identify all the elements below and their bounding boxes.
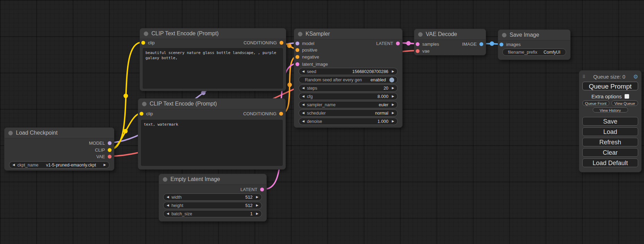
increment-arrow-icon[interactable]: ▶ (392, 84, 394, 92)
widget-label: filename_prefix (508, 50, 537, 55)
latent-output-port[interactable] (396, 42, 400, 45)
output-conditioning: CONDITIONING (243, 111, 283, 116)
refresh-button[interactable]: Refresh (582, 138, 638, 146)
node-empty-latent-image[interactable]: Empty Latent Image LATENT ◀ width 512 ▶ … (159, 174, 267, 222)
queue-prompt-button[interactable]: Queue Prompt (582, 82, 638, 90)
decrement-arrow-icon[interactable]: ◀ (302, 101, 305, 108)
clip-input-port[interactable] (141, 41, 145, 45)
input-label: model (302, 41, 314, 46)
batch-size-widget[interactable]: ◀ batch_size 1 ▶ (163, 210, 262, 217)
conditioning-output-port[interactable] (279, 112, 283, 116)
conditioning-output-port[interactable] (280, 41, 283, 45)
output-conditioning: CONDITIONING (244, 40, 283, 45)
increment-arrow-icon[interactable]: ▶ (256, 210, 258, 217)
node-title-bar[interactable]: Save Image (498, 30, 570, 40)
decrement-arrow-icon[interactable]: ◀ (302, 93, 305, 100)
denoise-widget[interactable]: ◀ denoise 1.000 ▶ (299, 118, 398, 125)
load-button[interactable]: Load (582, 127, 638, 136)
graph-canvas[interactable]: { "icons": { "left_arrow": "◀", "right_a… (0, 0, 644, 244)
seed-widget[interactable]: ◀ seed 156680208700286 ▶ (299, 68, 398, 75)
increment-arrow-icon[interactable]: ▶ (256, 202, 258, 209)
random-seed-toggle-widget[interactable]: Random seed after every gen enabled (299, 76, 398, 83)
negative-prompt-textarea[interactable]: text, watermark (141, 120, 283, 166)
decrement-arrow-icon[interactable]: ◀ (302, 84, 305, 92)
increment-arrow-icon[interactable]: ▶ (392, 93, 394, 100)
node-ksampler[interactable]: KSampler model positive negative latent_… (294, 28, 403, 128)
increment-arrow-icon[interactable]: ▶ (392, 101, 394, 108)
negative-input-port[interactable] (295, 55, 299, 59)
increment-arrow-icon[interactable]: ▶ (256, 193, 258, 201)
wire-midpoint-dot (287, 44, 292, 48)
increment-arrow-icon[interactable]: ▶ (392, 109, 394, 117)
node-clip-text-encode-positive[interactable]: CLIP Text Encode (Prompt) clip CONDITION… (140, 28, 286, 91)
collapse-dot-icon[interactable] (144, 31, 148, 36)
decrement-arrow-icon[interactable]: ◀ (302, 118, 305, 125)
node-vae-decode[interactable]: VAE Decode samples vae IMAGE (414, 29, 486, 55)
node-title-bar[interactable]: CLIP Text Encode (Prompt) (140, 28, 286, 39)
node-title-bar[interactable]: VAE Decode (414, 29, 486, 40)
latent-output-port[interactable] (260, 188, 264, 191)
positive-input-port[interactable] (295, 48, 299, 52)
sampler-name-widget[interactable]: ◀ sampler_name euler ▶ (299, 101, 398, 108)
node-title-bar[interactable]: CLIP Text Encode (Prompt) (138, 99, 285, 109)
decrement-arrow-icon[interactable]: ◀ (167, 202, 169, 209)
increment-arrow-icon[interactable]: ▶ (104, 161, 106, 169)
vae-output-port[interactable] (108, 155, 112, 159)
clear-button[interactable]: Clear (582, 148, 638, 157)
queue-front-button[interactable]: Queue Front (582, 100, 609, 106)
collapse-dot-icon[interactable] (8, 131, 13, 135)
node-title: KSampler (306, 31, 330, 37)
toggle-indicator[interactable] (389, 78, 394, 82)
vae-input-port[interactable] (416, 49, 420, 53)
node-save-image[interactable]: Save Image images filename_prefix ComfyU… (498, 29, 571, 60)
load-default-button[interactable]: Load Default (582, 159, 638, 167)
increment-arrow-icon[interactable]: ▶ (392, 68, 394, 75)
node-title-bar[interactable]: Empty Latent Image (159, 174, 266, 185)
gear-icon[interactable]: ⚙ (633, 74, 638, 80)
samples-input-port[interactable] (416, 42, 420, 46)
decrement-arrow-icon[interactable]: ◀ (302, 109, 305, 117)
height-widget[interactable]: ◀ height 512 ▶ (163, 202, 262, 209)
model-input-port[interactable] (295, 42, 299, 45)
scheduler-widget[interactable]: ◀ scheduler normal ▶ (299, 109, 398, 117)
node-clip-text-encode-negative[interactable]: CLIP Text Encode (Prompt) clip CONDITION… (138, 98, 286, 170)
images-input-port[interactable] (500, 43, 503, 46)
node-title-bar[interactable]: KSampler (294, 29, 402, 39)
width-widget[interactable]: ◀ width 512 ▶ (163, 193, 262, 201)
positive-prompt-textarea[interactable]: beautiful scenery nature glass bottle la… (143, 48, 283, 89)
cfg-widget[interactable]: ◀ cfg 8.000 ▶ (299, 93, 398, 100)
view-queue-button[interactable]: View Queue (611, 100, 638, 106)
increment-arrow-icon[interactable]: ▶ (392, 118, 394, 125)
input-latent-image: latent_image (295, 61, 328, 67)
extra-options-label: Extra options (591, 93, 622, 99)
decrement-arrow-icon[interactable]: ◀ (167, 193, 169, 201)
model-output-port[interactable] (108, 141, 112, 145)
collapse-dot-icon[interactable] (163, 177, 167, 182)
collapse-dot-icon[interactable] (142, 102, 147, 106)
latent-image-input-port[interactable] (295, 62, 299, 66)
clip-output-port[interactable] (108, 148, 112, 152)
decrement-arrow-icon[interactable]: ◀ (302, 68, 305, 75)
view-history-button[interactable]: View History (593, 107, 628, 112)
wire-midpoint-dot (406, 41, 411, 46)
extra-options-checkbox[interactable] (625, 94, 629, 99)
steps-widget[interactable]: ◀ steps 20 ▶ (299, 84, 398, 92)
input-label: latent_image (302, 62, 328, 67)
node-title-bar[interactable]: Load Checkpoint (5, 128, 114, 138)
widget-label: steps (307, 86, 317, 91)
collapse-dot-icon[interactable] (502, 33, 506, 37)
image-output-port[interactable] (479, 42, 483, 46)
output-label: CONDITIONING (244, 40, 277, 45)
collapse-dot-icon[interactable] (298, 32, 302, 36)
collapse-dot-icon[interactable] (418, 32, 423, 37)
decrement-arrow-icon[interactable]: ◀ (167, 210, 169, 217)
filename-prefix-widget[interactable]: filename_prefix ComfyUI (502, 48, 566, 56)
widget-value: 156680208700286 (319, 69, 388, 74)
save-button[interactable]: Save (582, 117, 638, 126)
drag-handle-icon[interactable]: ⠿ (582, 74, 585, 79)
decrement-arrow-icon[interactable]: ◀ (12, 161, 15, 169)
queue-panel: ⠿ Queue size: 0 ⚙ Queue Prompt Extra opt… (579, 70, 642, 172)
node-load-checkpoint[interactable]: Load Checkpoint MODEL CLIP VAE ◀ ckpt_na… (4, 127, 114, 171)
clip-input-port[interactable] (140, 112, 143, 116)
ckpt-name-widget[interactable]: ◀ ckpt_name v1-5-pruned-emaonly.ckpt ▶ (9, 161, 109, 169)
